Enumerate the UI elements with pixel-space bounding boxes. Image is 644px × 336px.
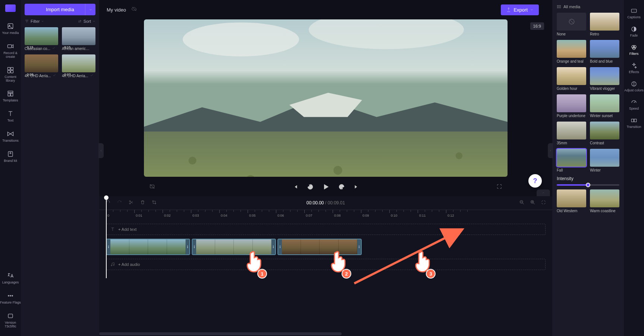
nav-text[interactable]: Text xyxy=(0,106,21,126)
svg-rect-7 xyxy=(8,91,13,93)
collapse-left-handle[interactable] xyxy=(98,143,104,158)
filter-purple-undertone[interactable]: Purple undertone xyxy=(557,94,586,118)
audio-track[interactable]: + Add audio xyxy=(106,259,546,270)
sort-button[interactable]: Sort xyxy=(78,19,95,23)
play-icon[interactable] xyxy=(322,183,330,192)
annotation-arrow xyxy=(351,224,470,287)
svg-rect-5 xyxy=(8,70,10,73)
timeline-area: 00:00.00 / 00:09.01 00:010:020:030:040:0… xyxy=(99,196,552,336)
tool-adjust-colors[interactable]: Adjust colors xyxy=(624,78,644,95)
preview-area: My video Export 16:9 xyxy=(99,0,552,196)
filter-old-western[interactable]: Old Western xyxy=(557,189,586,213)
tool-fade[interactable]: Fade xyxy=(624,23,644,40)
collapse-panel-handle[interactable] xyxy=(537,189,550,196)
app-logo xyxy=(5,4,16,12)
delete-icon[interactable] xyxy=(140,200,145,207)
tool-captions[interactable]: Captions xyxy=(624,4,644,22)
filter-fall[interactable]: Fall xyxy=(557,149,586,172)
media-item[interactable]: 0:07 4K UHD Aeria... xyxy=(62,54,95,78)
nav-transitions[interactable]: Transitions xyxy=(0,126,21,147)
zoom-in-icon[interactable] xyxy=(530,200,535,207)
filters-panel: All media None Retro Orange and teal Bol… xyxy=(552,0,624,336)
svg-rect-27 xyxy=(559,6,561,7)
nav-content-library[interactable]: Content library xyxy=(0,63,21,87)
filter-button[interactable]: Filter xyxy=(25,19,44,23)
annotation-cursor-3: 3 xyxy=(411,249,433,276)
fullscreen-icon[interactable] xyxy=(496,183,502,191)
left-nav-rail: Your media Record & create Content libra… xyxy=(0,0,21,336)
svg-point-14 xyxy=(12,295,13,296)
media-item[interactable]: 0:15 African american... xyxy=(62,27,95,51)
svg-rect-28 xyxy=(557,7,559,8)
tool-filters[interactable]: Filters xyxy=(624,41,644,59)
redo-icon[interactable] xyxy=(117,200,122,207)
timeline-ruler[interactable]: 00:010:020:030:040:050:060:070:080:090:1… xyxy=(99,210,552,219)
media-item[interactable]: 0:08 4K UHD Aeria... xyxy=(25,54,58,78)
svg-point-24 xyxy=(456,153,462,159)
rewind-icon[interactable] xyxy=(307,183,314,192)
split-icon[interactable] xyxy=(128,200,134,207)
playhead[interactable] xyxy=(106,196,107,278)
filter-winter[interactable]: Winter xyxy=(590,149,619,172)
text-track[interactable]: + Add text xyxy=(106,224,546,235)
media-item[interactable]: 0:15 Caucasian co... xyxy=(25,27,58,51)
filter-winter-sunset[interactable]: Winter sunset xyxy=(590,94,619,118)
svg-rect-37 xyxy=(631,119,634,122)
aspect-ratio-badge[interactable]: 16:9 xyxy=(530,22,544,30)
export-button[interactable]: Export xyxy=(501,4,539,15)
svg-rect-4 xyxy=(11,67,13,70)
crop-icon[interactable] xyxy=(151,200,157,207)
filter-contrast[interactable]: Contrast xyxy=(590,122,619,145)
skip-back-icon[interactable] xyxy=(292,183,299,192)
filter-bold-blue[interactable]: Bold and blue xyxy=(590,40,619,63)
panel-scope-selector[interactable]: All media xyxy=(557,4,619,9)
filter-retro[interactable]: Retro xyxy=(590,13,619,36)
import-media-button[interactable]: Import media xyxy=(25,4,95,15)
video-track xyxy=(106,239,546,255)
import-chevron-icon[interactable] xyxy=(85,4,95,15)
svg-point-12 xyxy=(8,295,9,296)
forward-icon[interactable] xyxy=(338,183,345,192)
tool-speed[interactable]: Speed xyxy=(624,96,644,113)
nav-feature-flags[interactable]: Feature Flags xyxy=(0,288,21,308)
clip-1[interactable] xyxy=(106,239,190,255)
filter-warm-coastline[interactable]: Warm coastline xyxy=(590,189,619,213)
svg-point-39 xyxy=(129,200,131,201)
skip-forward-icon[interactable] xyxy=(353,183,360,192)
help-button[interactable]: ? xyxy=(528,174,542,188)
svg-point-20 xyxy=(189,157,197,164)
svg-point-40 xyxy=(129,203,131,204)
svg-line-43 xyxy=(354,229,462,283)
svg-rect-38 xyxy=(634,119,637,122)
nav-templates[interactable]: Templates xyxy=(0,86,21,106)
clip-3[interactable] xyxy=(277,239,362,255)
tool-transition[interactable]: Transition xyxy=(624,114,644,132)
svg-rect-31 xyxy=(631,9,637,13)
filter-orange-teal[interactable]: Orange and teal xyxy=(557,40,586,63)
svg-rect-19 xyxy=(144,132,508,177)
fit-icon[interactable] xyxy=(541,200,546,207)
svg-point-22 xyxy=(333,166,342,175)
filter-golden-hour[interactable]: Golden hour xyxy=(557,67,586,91)
right-tools-rail: Captions Fade Filters Effects Adjust col… xyxy=(624,0,644,336)
svg-rect-8 xyxy=(8,94,10,96)
video-title[interactable]: My video xyxy=(107,7,126,13)
filter-35mm[interactable]: 35mm xyxy=(557,122,586,145)
svg-rect-3 xyxy=(8,67,10,70)
nav-brand-kit[interactable]: Brand kit xyxy=(0,147,21,167)
video-preview[interactable] xyxy=(144,19,508,177)
timeline-scrollbar[interactable] xyxy=(99,332,342,335)
nav-languages[interactable]: Languages xyxy=(0,268,21,288)
intensity-control: Intensity xyxy=(557,176,619,186)
nav-your-media[interactable]: Your media xyxy=(0,19,21,39)
svg-rect-2 xyxy=(8,45,12,48)
filter-vibrant-vlogger[interactable]: Vibrant vlogger xyxy=(590,67,619,91)
nav-version[interactable]: Version 73c5f8c xyxy=(0,308,21,332)
zoom-out-icon[interactable] xyxy=(519,200,525,207)
intensity-slider[interactable] xyxy=(557,184,619,186)
nav-record-create[interactable]: Record & create xyxy=(0,39,21,63)
tool-effects[interactable]: Effects xyxy=(624,59,644,77)
filter-none[interactable]: None xyxy=(557,13,586,36)
svg-point-13 xyxy=(10,295,11,296)
collapse-right-handle[interactable] xyxy=(548,143,553,158)
